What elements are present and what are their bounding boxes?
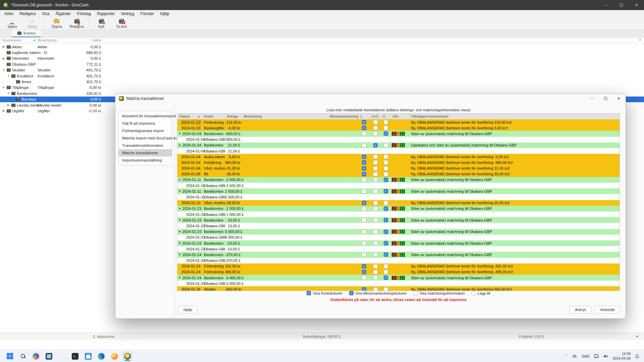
uc-checkbox[interactable]	[373, 241, 378, 245]
l-checkbox[interactable]: ✓	[362, 201, 366, 205]
uc-checkbox[interactable]	[373, 218, 378, 222]
transaction-row[interactable]: ▼2024-01-04Bankkonton21,00 £✓Uppdatera o…	[177, 142, 620, 148]
c-checkbox[interactable]	[384, 270, 388, 274]
c-checkbox[interactable]: ✓	[384, 276, 388, 280]
l-checkbox[interactable]	[362, 178, 366, 182]
uc-checkbox[interactable]	[373, 206, 378, 211]
step-matcha-transaktioner[interactable]: Matcha transaktioner	[119, 149, 172, 157]
expander-open-icon[interactable]: ▼	[2, 86, 5, 89]
transaction-row[interactable]: 2024-01-04Obalans-GBP21,59 £	[177, 148, 620, 154]
transaction-row[interactable]: ▼2024-01-11Bankkonton-2 500,00 £✓Stäm av…	[177, 177, 620, 183]
uc-checkbox[interactable]	[373, 120, 378, 124]
network-icon[interactable]	[594, 354, 599, 358]
expander-open-icon[interactable]: ▼	[178, 144, 181, 147]
account-row-obalans-gbp[interactable]: Obalans-GBP772,11 £	[0, 61, 644, 67]
c-checkbox[interactable]: ✓	[384, 131, 388, 136]
uc-checkbox[interactable]	[373, 166, 378, 171]
step-forhandsgranska-import[interactable]: Förhandsgranska import	[119, 127, 172, 134]
expander-open-icon[interactable]: ▼	[178, 190, 181, 193]
c-checkbox[interactable]: ✓	[384, 218, 388, 222]
transaction-row[interactable]: 2024-01-24Obalans-GBP-370,00 £	[177, 258, 620, 263]
c-checkbox[interactable]	[384, 166, 388, 171]
dialog-maximize-icon[interactable]	[599, 96, 612, 101]
l-checkbox[interactable]	[362, 241, 366, 245]
account-row-tillgangar[interactable]: ▼TillgångarTillgångar0,00 kr	[0, 85, 644, 90]
notification-bell-icon[interactable]	[635, 354, 639, 359]
taskbar-gnucash-icon[interactable]	[122, 351, 132, 361]
column-header-beskrivning[interactable]: Beskrivning	[38, 38, 57, 42]
menu-arkiv[interactable]: Arkiv	[1, 10, 16, 17]
uc-checkbox[interactable]: ✓	[373, 143, 378, 147]
step-importsammanstallning[interactable]: Importsammanställning	[119, 157, 172, 164]
account-row-kreditkort[interactable]: ▼KreditkortKreditkort401,70 £	[0, 73, 644, 79]
transaction-row[interactable]: ▼2024-01-24Bankkonton-3 400,00 £✓Stäm av…	[177, 275, 620, 281]
c-checkbox[interactable]: ✓	[384, 241, 388, 245]
column-header-datum[interactable]: Datum▲	[177, 114, 202, 119]
volume-icon[interactable]	[603, 354, 608, 358]
c-checkbox[interactable]	[384, 126, 388, 130]
transaction-row[interactable]: 2024-01-13Vård, medicin-30,00 kr✓Ny, OBA…	[177, 200, 620, 206]
transaction-row[interactable]: 2024-01-26Skatter-563,00 kr✓Ny, OBALANSE…	[177, 286, 620, 291]
expander-open-icon[interactable]: ▼	[178, 132, 181, 135]
uc-checkbox[interactable]	[373, 201, 378, 205]
expander-open-icon[interactable]: ▼	[7, 92, 10, 95]
option-visa-minnesanteckningskolumn[interactable]: ✓Visa Minnesanteckningskolumn	[349, 291, 407, 295]
column-header-belopp[interactable]: Belopp	[225, 114, 242, 119]
menu-visa[interactable]: Visa	[39, 10, 52, 17]
l-checkbox[interactable]: ✓	[362, 120, 366, 124]
l-checkbox[interactable]: ✓	[362, 155, 366, 159]
uc-checkbox[interactable]	[373, 252, 378, 257]
l-checkbox[interactable]	[362, 206, 366, 211]
clock[interactable]: 13:49 2024-04-30	[612, 352, 631, 360]
l-checkbox[interactable]	[362, 131, 366, 136]
tray-chevron-up-icon[interactable]: ⌃	[565, 354, 568, 358]
column-header-saldo[interactable]: Saldo	[70, 38, 101, 42]
menu-rapporter[interactable]: Rapporter	[94, 10, 118, 17]
toolbar-oppna[interactable]: Öppna	[47, 18, 67, 29]
column-header-l[interactable]: L	[359, 114, 370, 119]
transaction-row[interactable]: ▼2024-01-23Bankkonton10,00 £✓Stäm av (au…	[177, 217, 620, 223]
l-checkbox[interactable]	[362, 189, 366, 193]
taskbar-start-icon[interactable]	[5, 351, 15, 361]
step-transaktionsinformation[interactable]: Transaktionsinformation	[119, 142, 172, 149]
menu-fonster[interactable]: Fönster	[137, 10, 157, 17]
taskbar-search-icon[interactable]	[18, 351, 28, 361]
menu-foretag[interactable]: Företag	[74, 10, 94, 17]
uc-checkbox[interactable]	[373, 230, 378, 234]
transaction-row[interactable]: 2024-01-24Obalans-GBP-3 400,00 £	[177, 281, 620, 286]
cancel-button[interactable]: Avbryt	[569, 306, 591, 314]
transaction-row[interactable]: ▼2024-01-11Bankkonton2 500,00 £✓Stäm av …	[177, 188, 620, 194]
l-checkbox[interactable]	[362, 218, 366, 222]
c-checkbox[interactable]	[384, 143, 388, 147]
checkbox-icon[interactable]	[414, 291, 418, 295]
transaction-row[interactable]: 2024-01-04Felräkning984,00 kr✓Ny, OBALAN…	[177, 160, 620, 165]
menu-atgarder[interactable]: Åtgärder	[53, 10, 74, 17]
onedrive-cloud-icon[interactable]	[572, 354, 577, 358]
taskbar-terminal-icon[interactable]: >_	[70, 351, 80, 361]
transaction-row[interactable]: 2024-01-23Obalans-GBP-1 000,00 £	[177, 212, 620, 217]
transaction-row[interactable]: 2024-01-23Obalans-GBP-10,00 £	[177, 246, 620, 252]
uc-checkbox[interactable]	[373, 276, 378, 280]
transaction-row[interactable]: 2024-01-11Obalans-GBP2 500,00 £	[177, 194, 620, 200]
uc-checkbox[interactable]	[373, 270, 378, 274]
expander-open-icon[interactable]: ▼	[7, 74, 10, 77]
expander-closed-icon[interactable]: ▶	[7, 104, 10, 107]
l-checkbox[interactable]	[362, 230, 366, 234]
step-assistent-for-transaktionsimport[interactable]: Assistent för transaktionsimport	[119, 112, 172, 120]
account-row-inkomster[interactable]: ▶InkomsterInkomster0,00 £	[0, 56, 644, 61]
tab-konton[interactable]: Konton	[12, 30, 41, 37]
account-row-ingaende-saldon-g[interactable]: Ingående saldon - G689,83 £	[0, 50, 644, 55]
transaction-row[interactable]: ▼2024-01-23Bankkonton5 000,00 £✓Stäm av …	[177, 229, 620, 235]
c-checkbox[interactable]	[384, 287, 388, 291]
c-checkbox[interactable]: ✓	[384, 189, 388, 193]
menu-redigera[interactable]: Redigera	[16, 10, 39, 17]
column-header-kontonamn[interactable]: Kontonamn	[3, 38, 21, 42]
transaction-row[interactable]: 2024-01-11Obalans-GBP-2 500,00 £	[177, 183, 620, 188]
c-checkbox[interactable]: ✓	[384, 252, 388, 257]
c-checkbox[interactable]: ✓	[384, 230, 388, 234]
l-checkbox[interactable]: ✓	[362, 172, 366, 176]
expander-closed-icon[interactable]: ▶	[2, 57, 5, 60]
column-header-info[interactable]: Info	[390, 114, 409, 119]
expander-closed-icon[interactable]: ▶	[2, 45, 5, 48]
uc-checkbox[interactable]	[373, 189, 378, 193]
